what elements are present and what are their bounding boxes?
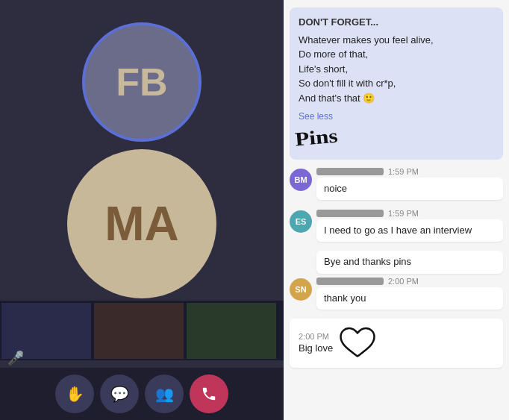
pinned-line3: Life's short,: [299, 62, 494, 77]
chat-message-bm-noice: BM 1:59 PM noice: [290, 167, 503, 203]
chat-header-bm: 1:59 PM: [316, 167, 503, 176]
pins-signature: Pins: [294, 122, 339, 154]
name-redacted-sn: [316, 278, 384, 285]
chat-message-es: ES 1:59 PM I need to go as I have an int…: [290, 209, 503, 245]
pinned-line5: And that's that 🙂: [299, 91, 494, 106]
chat-time-sn: 2:00 PM: [388, 277, 419, 286]
chat-panel: DON'T FORGET... Whatever makes you feel …: [284, 0, 509, 420]
avatar-bm: BM: [290, 169, 312, 191]
chat-bubble-bm: noice: [316, 178, 503, 200]
call-toolbar: ✋ 💬 👥: [0, 368, 284, 420]
name-redacted-es: [316, 210, 384, 217]
thumbnail-3: [187, 303, 276, 359]
pinned-header: DON'T FORGET...: [299, 15, 494, 30]
thumbnail-strip: [0, 301, 284, 360]
avatar-es: ES: [290, 210, 312, 233]
big-love-time: 2:00 PM: [299, 332, 333, 341]
chat-bubble-big-love: 2:00 PM Big love: [290, 319, 503, 368]
avatar-ma: MA: [67, 149, 216, 298]
chat-header-sn: 2:00 PM: [316, 277, 503, 286]
pinned-line4: So don't fill it with cr*p,: [299, 76, 494, 91]
raise-hand-button[interactable]: ✋: [55, 374, 94, 413]
pinned-line2: Do more of that,: [299, 47, 494, 62]
chat-bubble-es-bye: Bye and thanks pins: [316, 251, 503, 273]
chat-big-love-container: 2:00 PM Big love: [290, 319, 503, 371]
mic-off-badge: 🎤: [7, 350, 24, 366]
big-love-text: Big love: [299, 342, 333, 354]
avatar-fb: FB: [82, 22, 202, 142]
chat-bubble-es-interview: I need to go as I have an interview: [316, 219, 503, 242]
avatar-sn: SN: [290, 278, 312, 301]
chat-content-bm: 1:59 PM noice: [316, 167, 503, 203]
chat-content-es: 1:59 PM I need to go as I have an interv…: [316, 209, 503, 245]
people-button[interactable]: 👥: [145, 374, 184, 413]
end-call-button[interactable]: [190, 374, 228, 413]
chat-bubble-sn-thanks: thank you: [316, 287, 503, 310]
thumbnail-2: [94, 303, 184, 359]
chat-content-sn: 2:00 PM thank you: [316, 277, 503, 313]
pinned-line1: Whatever makes you feel alive,: [299, 33, 494, 48]
chat-message-sn: SN 2:00 PM thank you: [290, 277, 503, 313]
big-love-text-block: 2:00 PM Big love: [299, 332, 333, 354]
video-call-panel: FB MA 🎤 ✋ 💬 👥: [0, 0, 284, 420]
chat-time-bm: 1:59 PM: [388, 167, 419, 176]
heart-icon: [339, 325, 376, 362]
name-redacted-bm: [316, 168, 384, 175]
pinned-message: DON'T FORGET... Whatever makes you feel …: [290, 7, 503, 160]
chat-time-es: 1:59 PM: [388, 209, 419, 218]
chat-button[interactable]: 💬: [100, 374, 139, 413]
chat-header-es: 1:59 PM: [316, 209, 503, 218]
see-less-link[interactable]: See less: [299, 110, 494, 123]
